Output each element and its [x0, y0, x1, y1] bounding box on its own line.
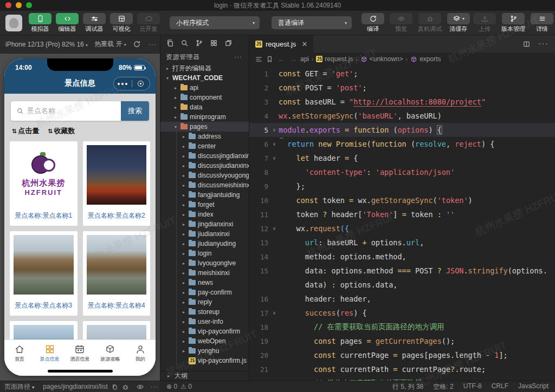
bookmark-icon[interactable]: [266, 55, 274, 63]
device-selector[interactable]: iPhone 12/13 (Pro) 82% 16 ▾: [5, 41, 88, 48]
code-line-5[interactable]: 5∨module.exports = function (options) {…: [249, 123, 555, 137]
tree-folder-component[interactable]: ▸component: [160, 93, 249, 102]
code-line-6[interactable]: 6∨return new Promise(function (resolve, …: [249, 137, 555, 151]
fold-chevron-icon[interactable]: ∨: [270, 226, 279, 231]
lines-icon[interactable]: [255, 55, 263, 63]
code-line-1[interactable]: 1const GET = 'get';: [249, 67, 555, 81]
tree-folder-miniprogram[interactable]: ▸miniprogram: [160, 112, 249, 122]
toolbar-right-上传[interactable]: 上传: [473, 13, 496, 33]
code-line-wrap[interactable]: data) : options.data,: [249, 278, 555, 292]
tree-folder-fangjiantuiding[interactable]: ▸fangjiantuiding: [160, 190, 249, 200]
tree-folder-meishixinxi[interactable]: ▸meishixinxi: [160, 268, 249, 278]
tree-folder-storeup[interactable]: ▸storeup: [160, 307, 249, 317]
explorer-more-icon[interactable]: ···: [234, 53, 242, 61]
tabbar-item-旅游攻略[interactable]: 旅游攻略: [95, 340, 125, 367]
indentation-setting[interactable]: 空格: 2: [433, 382, 453, 391]
tree-folder-webOpen[interactable]: ▸webOpen: [160, 336, 249, 346]
scenic-card-3[interactable]: 景点名称:景点名称3: [10, 231, 78, 316]
encoding-setting[interactable]: UTF-8: [463, 382, 482, 391]
code-line-15[interactable]: 15data: options.method === POST ? JSON.s…: [249, 264, 555, 278]
split-editor-icon[interactable]: [522, 40, 531, 48]
tree-folder-discussmeishixinxi[interactable]: ▸discussmeishixinxi: [160, 180, 249, 190]
code-line-13[interactable]: 13url: baseURL + options.url,: [249, 236, 555, 250]
toolbar-mid-真机调试[interactable]: 真机调试: [418, 13, 442, 33]
tree-folder-data[interactable]: ▸data: [160, 102, 249, 112]
toolbar-mid-清缓存[interactable]: ▾清缓存: [447, 13, 470, 33]
code-line-4[interactable]: 4wx.setStorageSync('baseURL', baseURL): [249, 109, 555, 123]
scenic-card-6[interactable]: [83, 321, 151, 339]
fold-chevron-icon[interactable]: ∨: [270, 155, 279, 161]
fold-chevron-icon[interactable]: ∨: [270, 127, 279, 133]
warnings-indicator[interactable]: ⚠ 0: [180, 383, 192, 390]
code-line-2[interactable]: 2const POST = 'post';: [249, 81, 555, 95]
toolbar-mid-编译[interactable]: 编译: [362, 13, 384, 33]
eol-setting[interactable]: CRLF: [492, 382, 508, 391]
toolbar-left-云开发[interactable]: 云开发: [137, 13, 160, 33]
tabbar-item-酒店信息[interactable]: 酒店信息: [65, 340, 95, 367]
hot-reload-toggle[interactable]: 热重载 开 ▾: [94, 40, 126, 49]
search-input[interactable]: 景点名称: [27, 106, 121, 116]
tree-folder-WECHAT_CODE[interactable]: ▾WECHAT_CODE: [160, 73, 249, 83]
tree-folder-login[interactable]: ▸login: [160, 249, 249, 258]
tree-folder-forget[interactable]: ▸forget: [160, 200, 249, 210]
forward-arrow-icon[interactable]: →: [289, 55, 296, 63]
breadcrumb-item-3[interactable]: <unknown>: [360, 55, 403, 63]
code-line-7[interactable]: 7∨let header = {: [249, 151, 555, 165]
scenic-card-1[interactable]: 杭州水果捞HZFRUIT景点名称:景点名称1: [10, 141, 78, 226]
tabbar-item-我的[interactable]: 我的: [125, 340, 156, 367]
tree-folder-pages[interactable]: ▾pages: [160, 122, 249, 132]
tree-folder-打开的编辑器[interactable]: ▸打开的编辑器: [160, 63, 249, 73]
tree-folder-api[interactable]: ▸api: [160, 83, 249, 93]
toolbar-right-版本管理[interactable]: 版本管理: [501, 13, 525, 33]
tree-folder-jiudianxinxi[interactable]: ▸jiudianxinxi: [160, 229, 249, 239]
tree-folder-index[interactable]: ▸index: [160, 210, 249, 219]
tree-folder-reply[interactable]: ▸reply: [160, 297, 249, 307]
cursor-position[interactable]: 行 5, 列 38: [392, 382, 423, 391]
toolbar-mid-预览[interactable]: 预览: [390, 13, 412, 33]
breadcrumb-item-2[interactable]: JSrequest.js: [316, 55, 353, 63]
tree-folder-jingdianxinxi[interactable]: ▸jingdianxinxi: [160, 219, 249, 229]
more-options-icon[interactable]: ···: [149, 41, 157, 48]
code-line-20[interactable]: 20const currentPage = pages[pages.length…: [249, 348, 555, 362]
tabbar-item-景点信息[interactable]: 景点信息: [35, 340, 65, 367]
toolbar-left-调试器[interactable]: 调试器: [83, 13, 106, 33]
breadcrumb-item-1[interactable]: api: [300, 55, 309, 63]
page-path-selector[interactable]: 页面路径 ▾: [4, 382, 34, 391]
code-line-19[interactable]: 19const pages = getCurrentPages();: [249, 334, 555, 348]
inspect-page-icon[interactable]: [136, 383, 144, 391]
tree-folder-discussjingdianxinxi[interactable]: ▸discussjingdianxinxi: [160, 151, 249, 161]
more-options-icon[interactable]: ···: [151, 383, 159, 390]
code-line-17[interactable]: 17∨success(res) {: [249, 306, 555, 320]
toolbar-right-详情[interactable]: 详情: [531, 13, 553, 33]
zoom-window-button[interactable]: [26, 2, 32, 8]
compile-mode-dropdown[interactable]: 普通编译 ▾: [272, 16, 352, 29]
scenic-card-2[interactable]: 景点名称:景点名称2: [83, 141, 151, 226]
tree-folder-address[interactable]: ▸address: [160, 132, 249, 141]
back-arrow-icon[interactable]: ←: [278, 55, 285, 63]
tree-folder-jiudianyuding[interactable]: ▸jiudianyuding: [160, 239, 249, 249]
tree-folder-lvyougonglve[interactable]: ▸lvyougonglve: [160, 258, 249, 268]
code-editor[interactable]: 1const GET = 'get';2const POST = 'post';…: [249, 66, 555, 381]
minimize-capsule-icon[interactable]: [132, 81, 150, 87]
search-button[interactable]: 搜索: [121, 101, 149, 121]
mode-dropdown[interactable]: 小程序模式 ▾: [170, 16, 260, 29]
tree-folder-user-info[interactable]: ▸user-info: [160, 317, 249, 326]
errors-indicator[interactable]: ⊗ 0: [166, 383, 177, 390]
breadcrumb-item-4[interactable]: exports: [410, 55, 441, 63]
close-tab-icon[interactable]: ✕: [301, 40, 307, 48]
code-line-11[interactable]: 11token ? header['Token'] = token : '': [249, 207, 555, 221]
apps-icon[interactable]: [210, 39, 218, 47]
code-line-21[interactable]: 21const currentPath = currentPage?.route…: [249, 362, 555, 376]
close-window-button[interactable]: [5, 2, 11, 8]
code-line-22[interactable]: 22// 微信小程序获取当前页面路径: [249, 376, 555, 381]
toolbar-left-编辑器[interactable]: 编辑器: [56, 13, 79, 33]
scenic-card-4[interactable]: 景点名称:景点名称4: [83, 231, 151, 316]
code-line-18[interactable]: 18// 在需要获取当前页面路径的地方调用: [249, 320, 555, 334]
capsule-menu[interactable]: [113, 77, 150, 90]
fold-chevron-icon[interactable]: ∨: [270, 141, 279, 147]
box-icon[interactable]: [224, 39, 233, 47]
tree-folder-discusslvyougonglve[interactable]: ▸discusslvyougonglve: [160, 171, 249, 180]
code-line-3[interactable]: 3const baseURL = "http://localhost:8080/…: [249, 95, 555, 109]
files-icon[interactable]: [166, 39, 174, 47]
code-line-14[interactable]: 14method: options.method,: [249, 250, 555, 264]
